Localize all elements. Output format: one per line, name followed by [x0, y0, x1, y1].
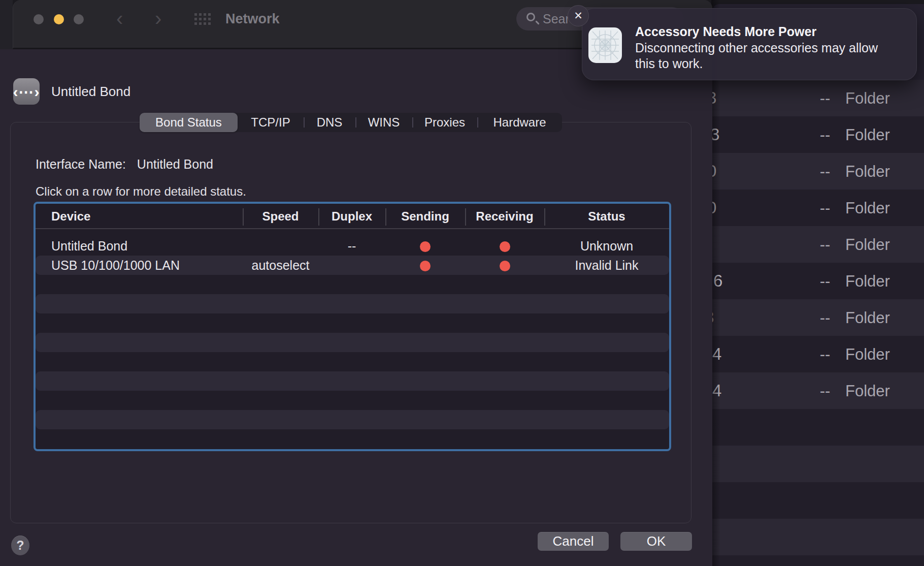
notification-close-button[interactable]: ✕: [568, 5, 589, 26]
table-header-row: Device Speed Duplex Sending Receiving St…: [36, 204, 669, 229]
table-row-empty: [36, 429, 669, 449]
finder-row-empty: [712, 519, 924, 555]
forward-chevron-icon[interactable]: ›: [155, 7, 161, 29]
cell-receiving: [465, 258, 544, 273]
column-header-device[interactable]: Device: [36, 204, 243, 229]
finder-row[interactable]: 6 -- Folder: [712, 263, 924, 299]
back-chevron-icon[interactable]: ‹: [116, 7, 123, 29]
table-row-empty: [36, 391, 669, 410]
tab-tcp-ip[interactable]: TCP/IP: [238, 113, 304, 132]
finder-row-clipped-text: 4: [712, 381, 721, 400]
finder-row-kind: Folder: [845, 345, 890, 364]
close-icon: ✕: [574, 10, 583, 22]
help-button[interactable]: ?: [11, 536, 29, 555]
interface-name-line: Interface Name:Untitled Bond: [36, 157, 213, 172]
finder-row-size: --: [812, 272, 838, 291]
apps-grid-icon[interactable]: [194, 13, 211, 25]
cell-device: Untitled Bond: [36, 239, 243, 254]
column-header-sending[interactable]: Sending: [385, 204, 465, 229]
cell-speed: autoselect: [243, 258, 318, 273]
finder-row-clipped-text: 3: [712, 125, 719, 144]
screenshot-root: 3 -- Folder 3 -- Folder 0 -- Folder 0 --…: [0, 0, 924, 566]
ok-button[interactable]: OK: [620, 532, 692, 551]
finder-row-size: --: [812, 89, 838, 108]
tab-hardware[interactable]: Hardware: [477, 113, 562, 132]
interface-name-value: Untitled Bond: [137, 157, 213, 171]
bond-dialog-title: Untitled Bond: [51, 78, 130, 105]
cell-duplex: --: [318, 239, 385, 254]
cell-sending: [385, 258, 465, 273]
column-separator: [243, 208, 244, 226]
finder-row-size: --: [812, 382, 838, 400]
table-row-empty: [36, 352, 669, 371]
notification-title: Accessory Needs More Power: [635, 24, 816, 39]
finder-row-clipped-text: 0: [712, 198, 716, 217]
finder-row-kind: Folder: [845, 236, 890, 254]
bond-interface-icon: ‹⋯›: [13, 78, 40, 105]
finder-row-clipped-text: 6: [713, 271, 722, 291]
finder-row[interactable]: 4 -- Folder: [712, 336, 924, 372]
finder-row-empty: [712, 555, 924, 566]
finder-row[interactable]: 4 -- Folder: [712, 372, 924, 409]
tab-dns[interactable]: DNS: [304, 113, 355, 132]
finder-row-clipped-text: 3: [712, 308, 714, 327]
finder-row-size: --: [812, 309, 838, 327]
column-separator: [318, 208, 319, 226]
table-row-empty: [36, 410, 669, 429]
finder-row-kind: Folder: [845, 163, 890, 181]
finder-row-size: --: [812, 163, 838, 181]
finder-row-size: --: [812, 236, 838, 254]
column-separator: [465, 208, 466, 226]
finder-row-empty: [712, 409, 924, 446]
behind-window-strip: [0, 0, 13, 49]
tab-wins[interactable]: WINS: [355, 113, 412, 132]
traffic-light-close-button[interactable]: [34, 14, 44, 24]
table-row-empty: [36, 313, 669, 333]
column-header-duplex[interactable]: Duplex: [318, 204, 385, 229]
table-row-empty: [36, 275, 669, 294]
column-separator: [544, 208, 545, 226]
red-status-dot-icon: [420, 261, 431, 271]
cancel-button[interactable]: Cancel: [538, 532, 609, 551]
table-hint-text: Click on a row for more detailed status.: [36, 184, 246, 199]
column-header-status[interactable]: Status: [544, 204, 669, 229]
finder-row-kind: Folder: [845, 89, 890, 108]
table-row-empty: [36, 333, 669, 352]
traffic-light-minimize-button[interactable]: [54, 14, 64, 24]
column-header-receiving[interactable]: Receiving: [465, 204, 544, 229]
table-row[interactable]: USB 10/100/1000 LAN autoselect Invalid L…: [36, 256, 669, 275]
tab-bond-status[interactable]: Bond Status: [140, 113, 238, 132]
bond-dialog-sheet: ‹⋯› Untitled Bond Bond Status TCP/IP DNS…: [0, 49, 712, 566]
finder-row-kind: Folder: [845, 382, 890, 400]
finder-row[interactable]: 3 -- Folder: [712, 80, 924, 116]
tab-separator: [412, 117, 413, 128]
table-row[interactable]: Untitled Bond -- Unknown: [36, 236, 669, 256]
finder-row-empty: [712, 446, 924, 482]
window-title: Network: [225, 11, 280, 27]
cell-device: USB 10/100/1000 LAN: [36, 258, 243, 273]
finder-row-kind: Folder: [845, 272, 890, 291]
table-row-empty: [36, 371, 669, 391]
notification-banner[interactable]: ✕ Accessory Needs More Power Disconnecti…: [582, 8, 917, 80]
cell-status: Invalid Link: [544, 258, 669, 273]
tab-separator: [304, 117, 305, 128]
finder-row[interactable]: 0 -- Folder: [712, 190, 924, 226]
traffic-light-zoom-button[interactable]: [74, 14, 84, 24]
finder-row[interactable]: 3 -- Folder: [712, 299, 924, 336]
column-separator: [385, 208, 386, 226]
finder-row-clipped-text: 4: [712, 344, 721, 364]
finder-row[interactable]: 2 -- Folder: [712, 226, 924, 263]
tab-proxies[interactable]: Proxies: [412, 113, 477, 132]
cell-status: Unknown: [544, 239, 669, 254]
finder-row[interactable]: 0 -- Folder: [712, 153, 924, 190]
red-status-dot-icon: [420, 241, 431, 252]
tab-separator: [355, 117, 356, 128]
finder-row[interactable]: 3 -- Folder: [712, 116, 924, 153]
bond-status-table[interactable]: Device Speed Duplex Sending Receiving St…: [34, 202, 671, 451]
finder-row-kind: Folder: [845, 309, 890, 327]
bond-tab-bar: Bond Status TCP/IP DNS WINS Proxies Hard…: [140, 113, 562, 132]
finder-row-size: --: [812, 199, 838, 217]
column-header-speed[interactable]: Speed: [243, 204, 318, 229]
finder-row-size: --: [812, 126, 838, 144]
finder-row-kind: Folder: [845, 126, 890, 144]
